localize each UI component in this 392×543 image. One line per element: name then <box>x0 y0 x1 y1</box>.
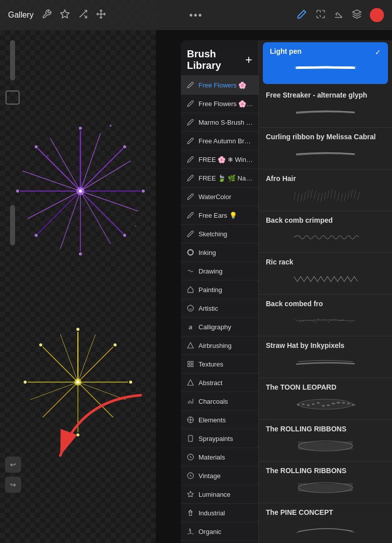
brush-item-curling-ribbon[interactable]: Curling ribbon by Melissa Cabral <box>259 128 392 169</box>
svg-point-25 <box>79 252 82 255</box>
category-item-free-winter[interactable]: FREE 🌸 ❄ Winter N... <box>181 150 258 169</box>
brush-name-rolling-ribbons-1: The ROLLING RIBBONS <box>266 425 385 433</box>
transform-button[interactable] <box>78 9 88 22</box>
gallery-button[interactable]: Gallery <box>8 11 34 20</box>
category-item-abstract[interactable]: Abstract <box>181 374 258 392</box>
svg-point-153 <box>300 321 301 322</box>
category-icon-marmo <box>186 118 195 127</box>
brush-size-slider[interactable] <box>10 40 15 80</box>
category-label-spraypaints: Spraypaints <box>199 435 233 442</box>
brush-item-toon-leopard[interactable]: The TOON LEOPARD <box>259 378 392 420</box>
color-square[interactable] <box>6 90 20 105</box>
category-item-sketching[interactable]: Sketching <box>181 225 258 243</box>
category-item-painting[interactable]: Painting <box>181 281 258 299</box>
brush-panel: Brush Library + Free Flowers 🌸Free Flowe… <box>181 40 392 543</box>
add-brush-button[interactable]: + <box>245 54 252 66</box>
category-item-calligraphy[interactable]: aCalligraphy <box>181 318 258 336</box>
category-item-free-nature[interactable]: FREE 🍃 🌿 Nature <box>181 169 258 188</box>
svg-point-172 <box>348 322 349 322</box>
category-item-marmo[interactable]: Marmo S-Brush Pack <box>181 113 258 132</box>
category-item-water[interactable]: Water <box>181 541 258 543</box>
magic-button[interactable] <box>60 9 70 22</box>
svg-point-28 <box>35 234 38 237</box>
category-label-artistic: Artistic <box>199 305 218 312</box>
category-item-materials[interactable]: Materials <box>181 448 258 467</box>
category-icon-artistic <box>186 304 195 313</box>
category-item-textures[interactable]: Textures <box>181 355 258 374</box>
svg-point-159 <box>315 322 316 323</box>
svg-line-140 <box>328 190 329 199</box>
brush-item-straw-hat[interactable]: Straw Hat by Inkypixels <box>259 336 392 378</box>
svg-line-149 <box>358 192 359 200</box>
svg-point-79 <box>76 328 79 331</box>
category-label-calligraphy: Calligraphy <box>199 323 231 331</box>
brush-preview-light-pen <box>270 58 381 78</box>
panel-header: Brush Library + <box>181 40 258 76</box>
svg-point-163 <box>326 321 326 321</box>
category-label-watercolor: WaterColor <box>199 193 231 201</box>
brush-item-afro-hair[interactable]: Afro Hair <box>259 169 392 211</box>
opacity-slider[interactable] <box>10 205 15 245</box>
eraser-button[interactable] <box>334 9 344 22</box>
category-item-free-flowers-v2[interactable]: Free Flowers 🌸 V.2 <box>181 95 258 113</box>
record-button[interactable] <box>370 8 384 22</box>
brush-item-rolling-ribbons-2[interactable]: The ROLLING RIBBONS <box>259 462 392 503</box>
category-label-free-winter: FREE 🌸 ❄ Winter N... <box>199 156 253 163</box>
category-label-vintage: Vintage <box>199 472 221 480</box>
category-item-free-ears[interactable]: Free Ears 💡 <box>181 206 258 225</box>
brush-item-back-comb-crimped[interactable]: Back comb crimped <box>259 211 392 253</box>
svg-point-29 <box>123 234 126 237</box>
smudge-button[interactable] <box>316 9 326 22</box>
svg-line-138 <box>321 194 322 202</box>
category-item-elements[interactable]: Elements <box>181 411 258 429</box>
category-item-inking[interactable]: Inking <box>181 243 258 262</box>
brush-name-back-comb-crimped: Back comb crimped <box>266 216 385 224</box>
category-icon-drawing <box>186 266 195 276</box>
brush-item-back-combed-fro[interactable]: Back combed fro <box>259 295 392 336</box>
svg-line-134 <box>308 190 309 199</box>
brush-preview-back-combed-fro <box>266 311 385 331</box>
category-icon-free-flowers <box>186 80 195 89</box>
category-item-industrial[interactable]: Industrial <box>181 504 258 522</box>
category-icon-free-autumn <box>186 136 195 145</box>
brush-item-light-pen[interactable]: Light pen ✓ <box>263 42 388 84</box>
category-label-free-autumn: Free Autumn Brushes... <box>199 137 253 145</box>
category-label-airbrushing: Airbrushing <box>199 342 232 349</box>
category-icon-luminance <box>186 490 195 499</box>
brush-item-ric-rack[interactable]: Ric rack <box>259 253 392 295</box>
category-label-abstract: Abstract <box>199 379 223 387</box>
category-label-drawing: Drawing <box>199 267 223 275</box>
category-item-artistic[interactable]: Artistic <box>181 299 258 318</box>
brush-item-pine-concept-1[interactable]: The PINE CONCEPT <box>259 503 392 543</box>
layers-button[interactable] <box>352 9 362 22</box>
brush-item-free-streaker[interactable]: Free Streaker - alternate glyph <box>259 86 392 128</box>
category-item-charcoals[interactable]: Charcoals <box>181 392 258 411</box>
svg-point-155 <box>306 322 306 322</box>
category-icon-free-nature <box>186 173 195 183</box>
svg-marker-118 <box>187 380 193 385</box>
panel-title: Brush Library <box>187 48 245 71</box>
svg-rect-117 <box>188 365 190 367</box>
brush-button[interactable] <box>297 8 308 22</box>
category-icon-painting <box>186 285 195 294</box>
category-item-drawing[interactable]: Drawing <box>181 262 258 281</box>
category-item-watercolor[interactable]: WaterColor <box>181 188 258 206</box>
category-label-inking: Inking <box>199 249 216 256</box>
more-options-icon: ••• <box>189 10 203 21</box>
selection-button[interactable] <box>96 9 106 22</box>
category-item-airbrushing[interactable]: Airbrushing <box>181 336 258 355</box>
brush-name-ric-rack: Ric rack <box>266 258 385 266</box>
category-item-vintage[interactable]: Vintage <box>181 467 258 485</box>
category-item-free-autumn[interactable]: Free Autumn Brushes... <box>181 132 258 150</box>
category-item-luminance[interactable]: Luminance <box>181 485 258 504</box>
category-item-organic[interactable]: Organic <box>181 522 258 541</box>
wrench-button[interactable] <box>42 9 52 22</box>
brush-item-rolling-ribbons-1[interactable]: The ROLLING RIBBONS <box>259 420 392 462</box>
svg-point-22 <box>79 127 82 130</box>
svg-line-147 <box>351 190 352 198</box>
category-item-free-flowers[interactable]: Free Flowers 🌸 <box>181 76 258 95</box>
category-item-spraypaints[interactable]: Spraypaints <box>181 429 258 448</box>
svg-point-173 <box>351 322 351 322</box>
svg-rect-114 <box>188 361 190 364</box>
svg-point-98 <box>110 125 112 127</box>
